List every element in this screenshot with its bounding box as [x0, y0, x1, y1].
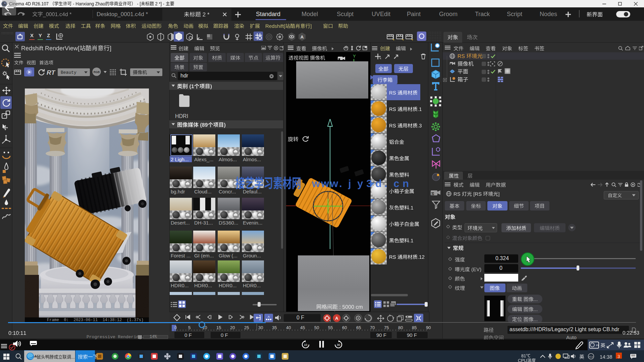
- svg-text:ST: ST: [431, 193, 435, 195]
- svg-text:FLV: FLV: [589, 355, 593, 358]
- svg-text:A: A: [301, 35, 304, 40]
- svg-text:30: 30: [337, 343, 340, 347]
- svg-text:10: 10: [304, 343, 307, 347]
- svg-text:PD: PD: [596, 344, 599, 347]
- svg-text:Y: Y: [353, 54, 356, 59]
- svg-text:RGB: RGB: [94, 70, 100, 74]
- svg-text:A: A: [335, 316, 338, 321]
- svg-text:A: A: [268, 315, 270, 318]
